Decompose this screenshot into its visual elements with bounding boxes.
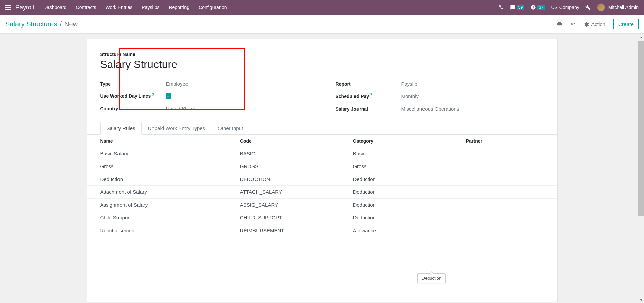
cloud-icon[interactable]	[557, 21, 562, 28]
report-field: Report Payslip	[336, 78, 544, 90]
apps-icon[interactable]	[5, 5, 11, 10]
country-label: Country	[100, 106, 166, 111]
cell-code: DEDUCTION	[237, 173, 350, 186]
table-row[interactable]: GrossGROSSGross	[87, 160, 557, 173]
nav-item-contracts[interactable]: Contracts	[76, 5, 96, 10]
type-value[interactable]: Employee	[166, 81, 189, 87]
breadcrumb: Salary Structures / New	[5, 20, 78, 28]
salary-journal-value[interactable]: Miscellaneous Operations	[401, 106, 460, 112]
cell-name: Gross	[87, 160, 237, 173]
cell-name: Child Support	[87, 211, 237, 224]
cell-category: Deduction	[350, 186, 463, 199]
table-header-row: Name Code Category Partner	[87, 135, 557, 147]
type-label: Type	[100, 81, 166, 87]
tabs: Salary Rules Unpaid Work Entry Types Oth…	[87, 122, 557, 135]
help-icon[interactable]: ?	[370, 93, 372, 97]
user-menu[interactable]: Mitchell Admin	[597, 3, 639, 11]
cell-name: Deduction	[87, 173, 237, 186]
control-actions: Action Create	[557, 19, 639, 29]
tooltip-popup: Deduction	[417, 273, 446, 283]
control-panel: Salary Structures / New Action Create	[0, 15, 644, 34]
title-section: Structure Name Salary Structure	[87, 52, 557, 71]
header-category[interactable]: Category	[350, 135, 463, 147]
navbar: Payroll Dashboard Contracts Work Entries…	[0, 0, 644, 15]
activities-button[interactable]: 37	[531, 5, 545, 10]
nav-item-work-entries[interactable]: Work Entries	[105, 5, 132, 10]
messages-button[interactable]: 59	[510, 5, 524, 10]
breadcrumb-parent[interactable]: Salary Structures	[5, 20, 57, 28]
nav-item-reporting[interactable]: Reporting	[169, 5, 189, 10]
worked-day-label: Use Worked Day Lines ?	[100, 93, 166, 99]
cell-category: Gross	[350, 160, 463, 173]
cell-partner	[463, 186, 557, 199]
help-icon[interactable]: ?	[152, 92, 154, 96]
cell-name: Reimbursement	[87, 224, 237, 237]
scrollbar[interactable]: ▲ ▼	[638, 34, 644, 302]
form-sheet: Structure Name Salary Structure Type Emp…	[87, 39, 558, 302]
header-code[interactable]: Code	[237, 135, 350, 147]
tab-other-input[interactable]: Other Input	[211, 122, 249, 135]
app-name[interactable]: Payroll	[15, 4, 34, 11]
table-row[interactable]: Attachment of SalaryATTACH_SALARYDeducti…	[87, 186, 557, 199]
navbar-right: 59 37 US Company Mitchell Admin	[499, 3, 639, 11]
report-value[interactable]: Payslip	[401, 81, 417, 87]
cell-category: Deduction	[350, 211, 463, 224]
structure-name[interactable]: Salary Structure	[100, 58, 544, 71]
table-row[interactable]: Child SupportCHILD_SUPPORTDeduction	[87, 211, 557, 224]
left-column: Type Employee Use Worked Day Lines ? ✓ C…	[100, 78, 309, 115]
tab-salary-rules[interactable]: Salary Rules	[100, 122, 142, 135]
cell-name: Assignment of Salary	[87, 199, 237, 211]
nav-item-dashboard[interactable]: Dashboard	[43, 5, 67, 10]
table-row[interactable]: Assignment of SalaryASSIG_SALARYDeductio…	[87, 199, 557, 211]
cell-category: Deduction	[350, 199, 463, 211]
cell-partner	[463, 199, 557, 211]
company-selector[interactable]: US Company	[551, 5, 579, 10]
support-icon[interactable]	[499, 5, 504, 10]
cell-category: Deduction	[350, 173, 463, 186]
salary-journal-label: Salary Journal	[336, 106, 401, 112]
salary-journal-field: Salary Journal Miscellaneous Operations	[336, 102, 544, 115]
country-value[interactable]: United States	[166, 105, 196, 111]
messages-count: 59	[517, 5, 524, 10]
table-row[interactable]: ReimbursementREIMBURSEMENTAllowance	[87, 224, 557, 237]
scheduled-pay-label: Scheduled Pay ?	[336, 94, 401, 99]
fields-grid: Type Employee Use Worked Day Lines ? ✓ C…	[87, 78, 557, 115]
cell-code: ATTACH_SALARY	[237, 186, 350, 199]
worked-day-checkbox[interactable]: ✓	[166, 93, 171, 99]
scroll-down-icon[interactable]: ▼	[638, 297, 644, 302]
cell-partner	[463, 211, 557, 224]
scheduled-pay-value[interactable]: Monthly	[401, 93, 419, 99]
cell-code: GROSS	[237, 160, 350, 173]
scrollbar-thumb[interactable]	[638, 41, 644, 216]
nav-menu: Dashboard Contracts Work Entries Payslip…	[43, 5, 227, 10]
table-row[interactable]: Basic SalaryBASICBasic	[87, 147, 557, 160]
undo-icon[interactable]	[570, 21, 576, 28]
table-row[interactable]: DeductionDEDUCTIONDeduction	[87, 173, 557, 186]
nav-item-configuration[interactable]: Configuration	[199, 5, 227, 10]
cell-partner	[463, 173, 557, 186]
action-dropdown[interactable]: Action	[584, 21, 605, 27]
cell-category: Basic	[350, 147, 463, 160]
avatar	[597, 3, 605, 11]
activities-count: 37	[537, 5, 545, 10]
user-name: Mitchell Admin	[608, 5, 639, 10]
cell-name: Attachment of Salary	[87, 186, 237, 199]
cell-code: CHILD_SUPPORT	[237, 211, 350, 224]
breadcrumb-sep: /	[60, 20, 62, 28]
nav-item-payslips[interactable]: Payslips	[142, 5, 159, 10]
navbar-left: Payroll Dashboard Contracts Work Entries…	[5, 4, 227, 11]
cell-code: REIMBURSEMENT	[237, 224, 350, 237]
cell-partner	[463, 160, 557, 173]
debug-icon[interactable]	[585, 5, 591, 10]
header-partner[interactable]: Partner	[463, 135, 557, 147]
country-field: Country United States	[100, 102, 309, 115]
breadcrumb-current: New	[64, 20, 78, 28]
tab-unpaid-work-entry[interactable]: Unpaid Work Entry Types	[142, 122, 212, 135]
cell-code: ASSIG_SALARY	[237, 199, 350, 211]
cell-partner	[463, 224, 557, 237]
scroll-up-icon[interactable]: ▲	[638, 34, 644, 40]
action-label: Action	[591, 21, 605, 27]
header-name[interactable]: Name	[87, 135, 237, 147]
cell-name: Basic Salary	[87, 147, 237, 160]
create-button[interactable]: Create	[613, 19, 639, 29]
